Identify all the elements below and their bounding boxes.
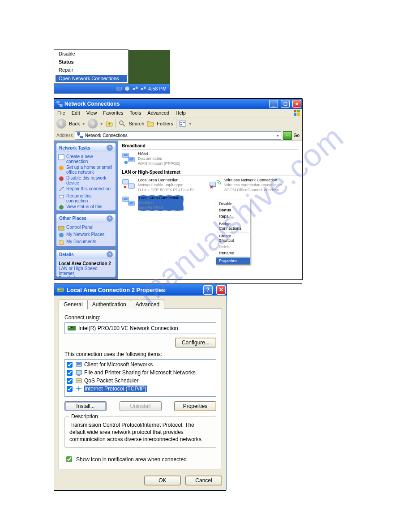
link-my-computer[interactable]: My Computer: [58, 246, 114, 247]
repair-icon: [58, 186, 64, 193]
svg-rect-35: [128, 184, 134, 188]
tray-menu-disable[interactable]: Disable: [54, 50, 128, 58]
svg-rect-30: [124, 154, 128, 157]
task-setup-home[interactable]: Set up a home or small office network: [58, 165, 114, 175]
svg-rect-0: [117, 87, 122, 90]
back-button[interactable]: [56, 119, 66, 129]
menu-advanced[interactable]: Advanced: [147, 110, 169, 116]
task-disable[interactable]: Disable this network device: [58, 176, 114, 185]
tab-general[interactable]: General: [59, 300, 88, 309]
svg-point-21: [59, 176, 64, 181]
lan-icon: [122, 195, 135, 209]
close-button[interactable]: ✕: [216, 285, 226, 295]
connection-hinet[interactable]: HiNet Disconnected WAN Miniport (PPPOE): [122, 151, 200, 166]
svg-rect-13: [180, 121, 186, 126]
connection-device: WAN Miniport (PPPOE): [138, 161, 180, 166]
svg-rect-19: [59, 154, 64, 160]
link-network-places[interactable]: My Network Places: [58, 232, 114, 238]
details-state: Enabled: [59, 276, 113, 277]
task-create-connection[interactable]: Create a new connection: [58, 154, 114, 164]
address-dropdown-icon[interactable]: ▾: [277, 133, 279, 138]
task-repair[interactable]: Repair this connection: [58, 186, 114, 193]
panel-title: Details: [59, 252, 74, 257]
list-item[interactable]: File and Printer Sharing for Microsoft N…: [66, 369, 215, 377]
up-folder-icon[interactable]: [106, 120, 113, 127]
item-checkbox[interactable]: [67, 378, 73, 384]
maximize-button[interactable]: ☐: [281, 100, 290, 108]
details-header[interactable]: Details ^: [56, 250, 116, 259]
menu-edit[interactable]: Edit: [72, 110, 80, 116]
tray-menu-status[interactable]: Status: [54, 58, 128, 66]
menu-help[interactable]: Help: [176, 110, 186, 116]
connection-wireless[interactable]: Wireless Network Connection Wireless con…: [208, 178, 287, 193]
svg-rect-5: [144, 87, 146, 89]
network-tasks-header[interactable]: Network Tasks ^: [56, 143, 116, 152]
details-name: Local Area Connection 2: [59, 261, 113, 266]
forward-button[interactable]: [88, 119, 98, 129]
control-panel-icon: [58, 225, 64, 231]
menu-favorites[interactable]: Favorites: [103, 110, 123, 116]
qos-icon: [75, 377, 82, 384]
connection-device: Intel(R) PRO/...: [139, 206, 183, 210]
connection-status: Enabled: [139, 201, 183, 206]
cancel-button[interactable]: Cancel: [185, 476, 222, 485]
search-icon[interactable]: [119, 120, 126, 127]
ctx-repair[interactable]: Repair: [216, 213, 250, 219]
list-item-selected[interactable]: Internet Protocol (TCP/IP): [66, 385, 215, 393]
connection-status: Wireless connection unavailable: [224, 183, 283, 188]
ctx-properties[interactable]: Properties: [216, 257, 250, 264]
ctx-status[interactable]: Status: [216, 207, 250, 213]
list-item[interactable]: QoS Packet Scheduler: [66, 377, 215, 385]
tab-advanced[interactable]: Advanced: [131, 300, 164, 309]
svg-rect-22: [59, 195, 64, 198]
folders-icon[interactable]: [147, 120, 154, 127]
minimize-button[interactable]: _: [269, 100, 278, 108]
address-input[interactable]: Network Connections ▾: [75, 131, 281, 140]
connection-lan1[interactable]: Local Area Connection Network cable unpl…: [122, 178, 200, 193]
svg-rect-44: [68, 327, 70, 328]
ok-button[interactable]: OK: [144, 476, 181, 485]
menu-tools[interactable]: Tools: [130, 110, 141, 116]
task-rename[interactable]: Rename this connection: [58, 193, 114, 203]
show-icon-checkbox[interactable]: [66, 456, 72, 462]
ctx-rename[interactable]: Rename: [216, 250, 250, 256]
svg-rect-11: [297, 113, 300, 116]
go-button[interactable]: →: [283, 131, 292, 140]
connection-lan2[interactable]: Local Area Connection 2 Enabled Intel(R)…: [122, 195, 200, 211]
ctx-disable[interactable]: Disable: [216, 201, 250, 207]
menu-view[interactable]: View: [86, 110, 97, 116]
help-button[interactable]: ?: [203, 285, 213, 295]
install-button[interactable]: Install...: [64, 401, 107, 411]
folders-label: Folders: [157, 121, 173, 126]
svg-point-33: [124, 161, 128, 164]
item-checkbox[interactable]: [67, 362, 73, 368]
configure-button[interactable]: Configure...: [175, 338, 216, 348]
close-button[interactable]: ✕: [292, 100, 301, 108]
menu-bar: File Edit View Favorites Tools Advanced …: [54, 109, 302, 117]
components-list[interactable]: Client for Microsoft Networks File and P…: [64, 359, 216, 397]
section-broadband: Broadband: [122, 142, 299, 150]
views-icon[interactable]: [179, 120, 186, 127]
item-checkbox[interactable]: [67, 386, 73, 392]
task-view-status[interactable]: View status of this connection: [58, 204, 114, 210]
tab-authentication[interactable]: Authentication: [87, 300, 131, 309]
svg-rect-42: [58, 289, 60, 290]
ctx-shortcut[interactable]: Create Shortcut: [216, 233, 250, 244]
svg-rect-18: [81, 136, 83, 138]
item-checkbox[interactable]: [67, 370, 73, 376]
connection-name: HiNet: [138, 151, 180, 156]
list-item[interactable]: Client for Microsoft Networks: [66, 360, 215, 369]
ctx-bridge[interactable]: Bridge Connections: [216, 221, 250, 232]
svg-rect-7: [60, 105, 62, 107]
properties-button[interactable]: Properties: [174, 401, 216, 411]
panel-title: Network Tasks: [59, 146, 90, 150]
tray-menu-repair[interactable]: Repair: [54, 66, 128, 74]
menu-file[interactable]: File: [57, 110, 65, 116]
other-places-header[interactable]: Other Places ^: [56, 214, 116, 223]
titlebar: Network Connections _ ☐ ✕: [54, 99, 302, 109]
link-control-panel[interactable]: Control Panel: [58, 225, 114, 231]
tray-menu-open-network[interactable]: Open Network Connections: [56, 75, 127, 82]
address-text: Network Connections: [85, 133, 128, 138]
link-my-documents[interactable]: My Documents: [58, 239, 114, 245]
svg-rect-16: [180, 124, 182, 125]
